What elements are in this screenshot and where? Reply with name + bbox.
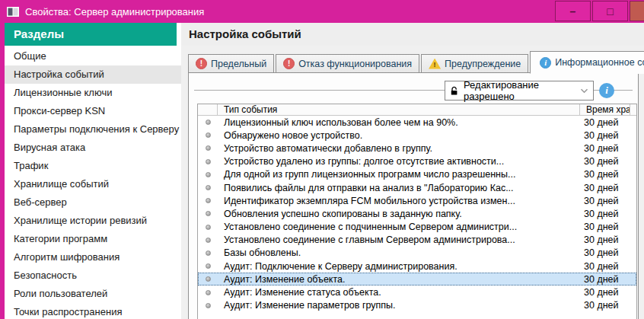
- event-type-column-header[interactable]: Тип события: [218, 104, 580, 115]
- sections-sidebar: Разделы ОбщиеНастройка событийЛицензионн…: [5, 23, 181, 319]
- error-icon: [196, 58, 207, 69]
- tab-page: Редактирование разрешено i Тип события В…: [188, 72, 639, 319]
- tab-warning[interactable]: Предупреждение: [421, 54, 528, 73]
- event-bullet-icon: [206, 159, 211, 164]
- event-retention: 30 дней: [580, 196, 636, 206]
- event-type: Установлено соединение с главным Серверо…: [218, 234, 580, 245]
- table-row[interactable]: Обнаружено новое устройство.30 дней: [198, 129, 636, 142]
- sidebar-item[interactable]: Безопасность: [5, 266, 181, 285]
- event-bullet-icon: [206, 145, 211, 151]
- event-severity-tabs: ПредельныйОтказ функционированияПредупре…: [188, 50, 644, 73]
- edit-mode-value: Редактирование разрешено: [464, 79, 575, 102]
- sidebar-list: ОбщиеНастройка событийЛицензионные ключи…: [5, 46, 181, 319]
- table-row[interactable]: Аудит: Изменение статуса объекта.30 дней: [198, 286, 636, 298]
- sidebar-item[interactable]: Общие: [5, 47, 181, 65]
- event-bullet-icon: [206, 276, 211, 282]
- event-type: Устройство автоматически добавлено в гру…: [218, 143, 580, 154]
- event-retention: 30 дней: [580, 169, 636, 180]
- event-bullet-icon: [206, 290, 211, 295]
- table-row[interactable]: Лицензионный ключ использован более чем …: [198, 116, 636, 129]
- sidebar-item[interactable]: Трафик: [5, 157, 181, 175]
- warning-icon: [429, 59, 441, 69]
- event-retention: 30 дней: [580, 117, 636, 128]
- event-type: Устройство удалено из группы: долгое отс…: [218, 156, 580, 167]
- event-type: Идентификатор экземпляра FCM мобильного …: [218, 196, 580, 206]
- event-bullet-icon: [206, 250, 211, 256]
- table-row[interactable]: Установлено соединение с подчиненным Сер…: [198, 221, 636, 234]
- event-bullet-icon: [206, 198, 211, 203]
- tab-label: Отказ функционирования: [298, 59, 412, 69]
- table-row[interactable]: Появились файлы для отправки на анализ в…: [198, 181, 636, 194]
- icon-column-header: [198, 104, 218, 115]
- close-button[interactable]: ×: [630, 1, 644, 21]
- maximize-button[interactable]: □: [592, 1, 628, 21]
- sidebar-item[interactable]: Точки распространения: [5, 303, 181, 319]
- event-bullet-icon: [206, 211, 211, 216]
- table-row[interactable]: Идентификатор экземпляра FCM мобильного …: [198, 194, 636, 207]
- titlebar: Свойства: Сервер администрирования – □ ×: [0, 0, 644, 23]
- window-controls: – □ ×: [555, 1, 644, 21]
- sidebar-item[interactable]: Прокси-сервер KSN: [5, 102, 181, 120]
- table-row[interactable]: Обновления успешно скопированы в заданну…: [198, 207, 636, 220]
- sidebar-item[interactable]: Роли пользователей: [5, 285, 181, 303]
- event-bullet-icon: [206, 120, 211, 125]
- event-bullet-icon: [206, 132, 211, 138]
- event-type: Базы обновлены.: [218, 247, 580, 258]
- table-row[interactable]: Устройство автоматически добавлено в гру…: [198, 142, 636, 155]
- table-row[interactable]: Установлено соединение с главным Серверо…: [198, 234, 636, 247]
- event-type: Установлено соединение с подчиненным Сер…: [218, 222, 580, 232]
- event-retention: 30 дней: [580, 274, 636, 285]
- sidebar-item[interactable]: Лицензионные ключи: [5, 84, 181, 102]
- sidebar-item[interactable]: Категории программ: [5, 230, 181, 248]
- tab-critical[interactable]: Предельный: [188, 54, 274, 73]
- properties-window: Свойства: Сервер администрирования – □ ×…: [0, 0, 644, 319]
- main-panel: Настройка событий ПредельныйОтказ функци…: [181, 23, 644, 319]
- event-type: Аудит: Подключение к Серверу администрир…: [218, 261, 580, 272]
- event-type: Для одной из групп лицензионных программ…: [218, 169, 580, 180]
- sidebar-item[interactable]: Вирусная атака: [5, 139, 181, 157]
- info-help-button[interactable]: i: [599, 83, 614, 98]
- tab-info-message[interactable]: Информационное сообщение: [530, 51, 644, 74]
- window-title: Свойства: Сервер администрирования: [25, 6, 204, 18]
- table-row[interactable]: Аудит: Изменение объекта.30 дней: [198, 273, 636, 286]
- table-row[interactable]: Устройство удалено из группы: долгое отс…: [198, 155, 636, 168]
- event-type: Обнаружено новое устройство.: [218, 130, 580, 141]
- tab-label: Информационное сообщение: [555, 57, 644, 68]
- events-table: Тип события Время хранения Лицензионный …: [197, 104, 637, 319]
- event-retention: 30 дней: [580, 143, 636, 154]
- retention-column-header[interactable]: Время хранения: [580, 104, 630, 115]
- minimize-button[interactable]: –: [555, 1, 591, 21]
- tab-functional-failure[interactable]: Отказ функционирования: [276, 54, 419, 73]
- event-retention: 30 дней: [580, 130, 636, 141]
- table-row[interactable]: Для одной из групп лицензионных программ…: [198, 168, 636, 181]
- event-retention: 30 дней: [580, 247, 636, 258]
- sidebar-item[interactable]: Параметры подключения к Серверу админи: [5, 120, 181, 139]
- event-bullet-icon: [206, 303, 211, 308]
- table-row[interactable]: Аудит: Изменение параметров группы.30 дн…: [198, 299, 636, 312]
- event-type: Обновления успешно скопированы в заданну…: [218, 209, 580, 219]
- window-icon: [7, 7, 19, 17]
- event-retention: 30 дней: [580, 183, 636, 193]
- sidebar-item[interactable]: Хранилище событий: [5, 175, 181, 193]
- unlock-icon: [451, 86, 459, 95]
- table-header: Тип события Время хранения: [198, 104, 636, 116]
- table-body: Лицензионный ключ использован более чем …: [198, 116, 636, 312]
- page-title: Настройка событий: [181, 23, 644, 46]
- sidebar-item[interactable]: Алгоритм шифрования: [5, 248, 181, 266]
- tab-label: Предупреждение: [445, 59, 521, 69]
- event-type: Появились файлы для отправки на анализ в…: [218, 183, 580, 193]
- event-bullet-icon: [206, 172, 211, 177]
- error-icon: [283, 58, 295, 69]
- event-retention: 30 дней: [580, 287, 636, 298]
- table-row[interactable]: Базы обновлены.30 дней: [198, 247, 636, 260]
- event-bullet-icon: [206, 263, 211, 269]
- event-retention: 30 дней: [580, 261, 636, 272]
- edit-mode-dropdown[interactable]: Редактирование разрешено: [445, 81, 594, 100]
- event-retention: 30 дней: [580, 222, 636, 232]
- table-row[interactable]: Аудит: Подключение к Серверу администрир…: [198, 260, 636, 273]
- sidebar-item[interactable]: Веб-сервер: [5, 193, 181, 212]
- event-retention: 30 дней: [580, 234, 636, 245]
- event-retention: 30 дней: [580, 156, 636, 167]
- sidebar-item[interactable]: Хранилище истории ревизий: [5, 212, 181, 230]
- sidebar-item[interactable]: Настройка событий: [5, 65, 181, 84]
